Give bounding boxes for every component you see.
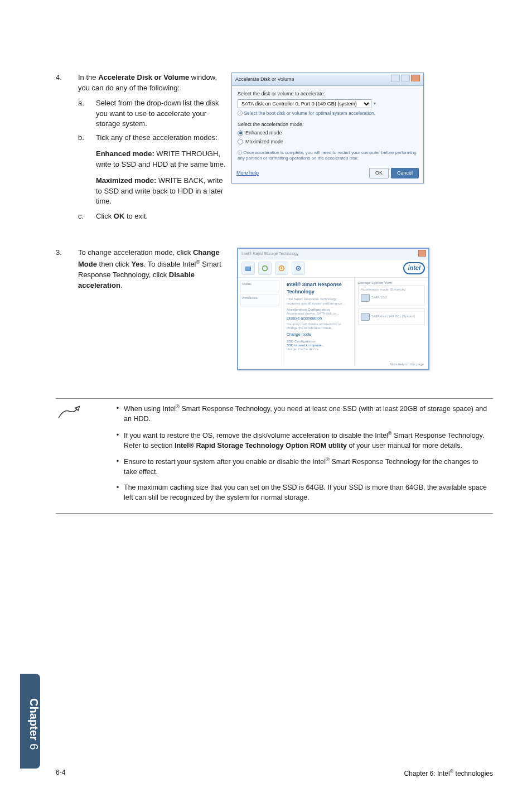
sidebar-item-accelerate[interactable]: Accelerate (240, 294, 279, 306)
rst-ssd1: SSD is used to improve... (287, 344, 350, 347)
note-icon-col (56, 403, 112, 508)
svg-point-1 (263, 266, 268, 271)
maximized-mode-block: Maximized mode: WRITE BACK, write to SSD… (96, 176, 226, 207)
rst-window: Intel® Rapid Storage Technology intel St… (237, 248, 429, 370)
radio-maximized-label: Maximized mode (245, 138, 283, 146)
rst-heading: Intel® Smart Response Technology (287, 281, 350, 296)
step-4b-letter: b. (78, 133, 96, 143)
svg-point-4 (298, 268, 299, 269)
step-3-text-b: then click (97, 260, 131, 268)
close-icon[interactable] (411, 75, 420, 81)
accelerate-dialog: Accelerate Disk or Volume Select the dis… (231, 73, 424, 183)
tab-preferences[interactable] (292, 262, 305, 275)
bullet-icon: • (112, 403, 124, 424)
chevron-down-icon[interactable]: ▾ (374, 100, 376, 107)
enhanced-mode-block: Enhanced mode: WRITE THROUGH, write to S… (96, 149, 226, 170)
radio-enhanced-label: Enhanced mode (245, 129, 282, 137)
note-2-c: of your user manual for more details. (347, 442, 462, 450)
maximized-mode-label: Maximized mode: (96, 176, 156, 185)
rst-disk1: SATA SSD (371, 296, 387, 299)
footer-right-a: Chapter 6: Intel (404, 770, 450, 777)
bullet-icon: • (112, 430, 124, 451)
radio-maximized[interactable]: Maximized mode (238, 138, 418, 146)
intel-logo: intel (403, 262, 425, 274)
dialog-hint-1-text: Select the boot disk or volume for optim… (244, 110, 375, 116)
rst-footer-link[interactable]: More help on this page (390, 362, 424, 367)
step-3-row: 3. To change acceleration mode, click Ch… (56, 248, 493, 370)
tab-accelerate[interactable] (275, 262, 288, 275)
enhanced-mode-label: Enhanced mode: (96, 149, 154, 158)
disk-select[interactable]: SATA disk on Controller 0, Port 0 (149 G… (238, 99, 371, 108)
tab-status[interactable] (241, 262, 255, 275)
close-icon[interactable] (418, 250, 426, 257)
step-4c-text: Click OK to exit. (96, 211, 226, 222)
page-footer: 6-4 Chapter 6: Intel® technologies (56, 769, 493, 777)
step-4c: c. Click OK to exit. (78, 211, 226, 222)
min-icon[interactable] (391, 75, 400, 81)
step-4b-text: Tick any of these acceleration modes: (96, 133, 226, 143)
reg-mark: ® (388, 431, 392, 436)
rst-tabs: intel (238, 259, 428, 278)
max-icon[interactable] (401, 75, 410, 81)
rst-config-h: Acceleration Configuration (287, 308, 350, 312)
rst-topbar: Intel® Rapid Storage Technology (238, 249, 428, 259)
step-4-number: 4. (56, 73, 78, 83)
disable-acceleration-link[interactable]: Disable acceleration (287, 316, 350, 321)
step-4-intro: In the Accelerate Disk or Volume window,… (78, 73, 226, 94)
note-pencil-icon (56, 405, 81, 422)
step-3-text-a: To change acceleration mode, click (78, 248, 193, 257)
step-4-row: 4. In the Accelerate Disk or Volume wind… (56, 73, 493, 222)
radio-enhanced[interactable]: Enhanced mode (238, 129, 418, 137)
rst-figure: Intel® Rapid Storage Technology intel St… (237, 248, 429, 370)
dialog-titlebar: Accelerate Disk or Volume (232, 73, 423, 86)
notes-box: • When using Intel® Smart Response Techn… (56, 398, 493, 513)
rst-right-h: Storage System View (358, 281, 425, 285)
radio-icon (238, 139, 243, 144)
step-4c-letter: c. (78, 211, 96, 222)
rst-content: Intel® Smart Response Technology Intel S… (282, 278, 354, 365)
cancel-button[interactable]: Cancel (391, 168, 419, 178)
reg-mark: ® (450, 769, 454, 774)
note-2: • If you want to restore the OS, remove … (112, 430, 493, 451)
yes-label: Yes (131, 260, 143, 268)
rst-disk2: SATA disk (149 GB) (System) (371, 315, 415, 318)
tab-manage[interactable] (258, 262, 272, 275)
rst-config3: You may now disable acceleration or chan… (287, 322, 350, 330)
step-3-text-c: . To disable Intel (144, 260, 196, 268)
step-3-text-e: . (120, 281, 123, 289)
dialog-warning-text: Once acceleration is complete, you will … (238, 150, 417, 161)
chapter-number: 6 (28, 743, 40, 750)
svg-rect-0 (246, 267, 251, 271)
footer-right: Chapter 6: Intel® technologies (404, 769, 493, 777)
dialog-warning: ⓘ Once acceleration is complete, you wil… (238, 150, 418, 161)
bullet-icon: • (112, 482, 124, 503)
notes-list: • When using Intel® Smart Response Techn… (112, 403, 493, 508)
chapter-side-tab: Chapter 6 (20, 674, 40, 769)
note-4: • The maximum caching size that you can … (112, 482, 493, 503)
step-4c-text-b: to exit. (124, 212, 148, 220)
reg-mark: ® (196, 259, 200, 265)
reg-mark: ® (326, 457, 330, 462)
step-3-number: 3. (56, 248, 78, 258)
sidebar-item-status[interactable]: Status (240, 280, 279, 292)
step-3-content: To change acceleration mode, click Chang… (78, 248, 237, 291)
note-3: • Ensure to restart your system after yo… (112, 456, 493, 477)
window-buttons (390, 75, 420, 84)
disk-icon (361, 313, 370, 321)
note-3-a: Ensure to restart your system after you … (124, 458, 326, 466)
rst-disk-panel-2: SATA disk (149 GB) (System) (358, 308, 425, 325)
step-4a: a. Select from the drop-down list the di… (78, 98, 226, 130)
radio-icon (238, 131, 243, 136)
note-4-text: The maximum caching size that you can se… (124, 482, 493, 503)
dialog-hint-1: ⓘ Select the boot disk or volume for opt… (238, 110, 418, 117)
accelerate-dialog-figure: Accelerate Disk or Volume Select the dis… (231, 73, 424, 183)
step-4b: b. Tick any of these acceleration modes: (78, 133, 226, 143)
change-mode-link[interactable]: Change mode (287, 332, 350, 337)
more-help-link[interactable]: More help (236, 170, 259, 177)
chapter-label: Chapter (28, 698, 40, 743)
ok-button[interactable]: OK (369, 168, 389, 178)
step-4-intro-a: In the (78, 73, 98, 81)
page-number: 6-4 (56, 769, 65, 777)
dialog-label-2: Select the acceleration mode: (238, 121, 418, 128)
step-4a-letter: a. (78, 98, 96, 130)
